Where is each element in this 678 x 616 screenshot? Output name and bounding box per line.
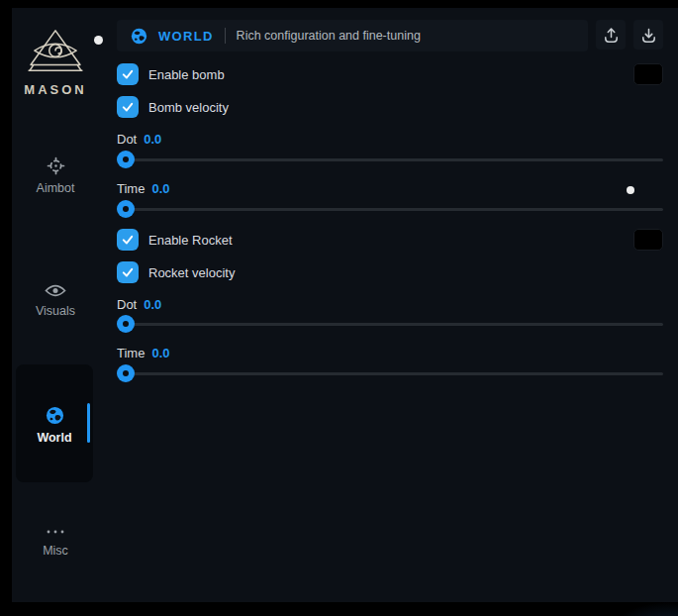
masonic-eye-icon bbox=[27, 28, 84, 75]
crosshair-icon bbox=[47, 156, 65, 175]
slider-value: 0.0 bbox=[151, 181, 169, 196]
bomb-time-slider[interactable] bbox=[117, 200, 663, 218]
check-icon bbox=[121, 233, 135, 247]
check-icon bbox=[121, 100, 135, 114]
rocket-dot-slider[interactable] bbox=[117, 315, 663, 333]
brand-name: MASON bbox=[12, 82, 99, 97]
slider-value: 0.0 bbox=[144, 132, 161, 147]
slider-label-row: Dot 0.0 bbox=[117, 297, 663, 312]
slider-rail[interactable] bbox=[117, 372, 663, 375]
checkbox-label: Enable bomb bbox=[148, 67, 225, 82]
globe-icon bbox=[46, 406, 64, 425]
rocket-color-swatch[interactable] bbox=[633, 229, 663, 251]
sidebar-item-aimbot[interactable]: Aimbot bbox=[12, 156, 99, 195]
checkbox-row-enable-bomb: Enable bomb bbox=[117, 63, 663, 85]
slider-label-row: Dot 0.0 bbox=[117, 132, 663, 147]
sidebar-item-world[interactable]: World bbox=[16, 364, 93, 482]
upload-icon bbox=[602, 26, 621, 45]
sidebar-item-label: Misc bbox=[12, 544, 99, 558]
slider-name: Time bbox=[117, 346, 145, 360]
checkbox-row-enable-rocket: Enable Rocket bbox=[117, 229, 663, 251]
download-icon bbox=[639, 26, 658, 45]
main-content: WORLD Rich configuration and fine-tuning bbox=[117, 20, 663, 382]
slider-rail[interactable] bbox=[117, 323, 663, 326]
download-config-button[interactable] bbox=[633, 20, 663, 50]
bomb-dot-slider[interactable] bbox=[117, 151, 663, 168]
checkbox-bomb-velocity[interactable] bbox=[117, 96, 139, 118]
brand-logo: MASON bbox=[12, 28, 99, 97]
header-divider bbox=[225, 28, 226, 44]
sidebar-item-label: World bbox=[16, 431, 93, 445]
slider-label-row: Time 0.0 bbox=[117, 181, 663, 196]
slider-rail[interactable] bbox=[117, 158, 663, 161]
ellipsis-icon bbox=[46, 529, 65, 535]
checkbox-row-rocket-velocity: Rocket velocity bbox=[117, 261, 663, 283]
tab-subtitle: Rich configuration and fine-tuning bbox=[237, 29, 421, 43]
slider-handle[interactable] bbox=[117, 151, 135, 168]
slider-rail[interactable] bbox=[117, 208, 663, 211]
sidebar-item-visuals[interactable]: Visuals bbox=[12, 283, 99, 318]
slider-name: Dot bbox=[117, 297, 137, 312]
upload-config-button[interactable] bbox=[596, 20, 626, 50]
slider-label-row: Time 0.0 bbox=[117, 346, 663, 360]
slider-value: 0.0 bbox=[144, 297, 161, 312]
checkbox-row-bomb-velocity: Bomb velocity bbox=[117, 96, 663, 118]
bomb-color-swatch[interactable] bbox=[633, 63, 663, 85]
sidebar: MASON Aimbot Visuals World bbox=[12, 8, 106, 602]
eye-icon bbox=[45, 283, 66, 298]
slider-name: Dot bbox=[117, 132, 137, 147]
active-tab-indicator bbox=[87, 403, 90, 443]
slider-handle[interactable] bbox=[117, 200, 135, 218]
sidebar-item-label: Aimbot bbox=[12, 181, 99, 195]
sidebar-item-label: Visuals bbox=[12, 304, 99, 318]
globe-icon bbox=[131, 28, 147, 45]
slider-value: 0.0 bbox=[151, 346, 169, 360]
checkbox-label: Enable Rocket bbox=[148, 233, 233, 248]
tab-title: WORLD bbox=[158, 29, 214, 44]
slider-name: Time bbox=[117, 181, 145, 196]
header: WORLD Rich configuration and fine-tuning bbox=[117, 20, 663, 51]
slider-handle[interactable] bbox=[117, 315, 135, 333]
checkbox-rocket-velocity[interactable] bbox=[117, 261, 139, 283]
checkbox-enable-rocket[interactable] bbox=[117, 229, 139, 251]
checkbox-label: Rocket velocity bbox=[148, 265, 235, 280]
check-icon bbox=[121, 265, 135, 279]
sidebar-item-misc[interactable]: Misc bbox=[12, 529, 99, 558]
check-icon bbox=[121, 67, 135, 81]
menu-window: MASON Aimbot Visuals World bbox=[12, 8, 678, 602]
checkbox-enable-bomb[interactable] bbox=[117, 63, 139, 85]
tab-header-bar: WORLD Rich configuration and fine-tuning bbox=[117, 20, 588, 51]
rocket-time-slider[interactable] bbox=[117, 364, 663, 382]
checkbox-label: Bomb velocity bbox=[148, 100, 229, 115]
slider-handle[interactable] bbox=[117, 364, 135, 382]
